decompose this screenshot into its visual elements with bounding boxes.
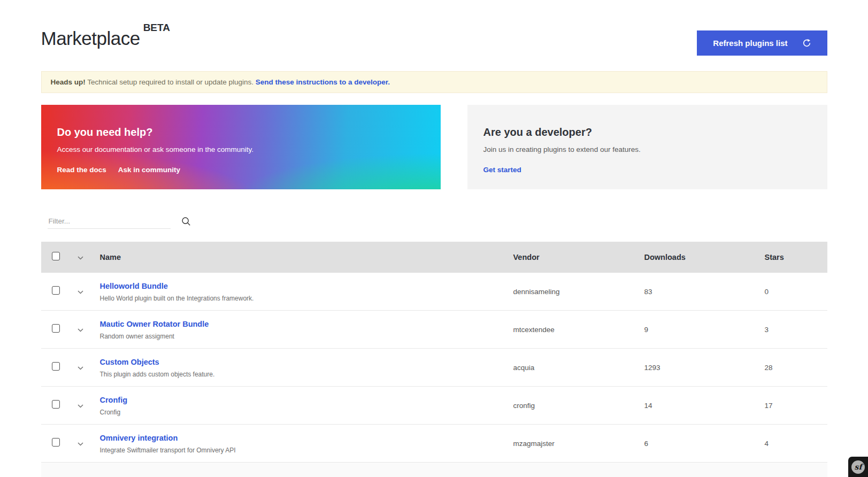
send-instructions-link[interactable]: Send these instructions to a developer.	[256, 78, 390, 86]
table-row: Helloworld Bundle Hello World plugin bui…	[41, 273, 827, 311]
beta-badge: BETA	[143, 22, 170, 33]
plugin-downloads: 14	[644, 402, 765, 410]
column-header-name: Name	[100, 253, 513, 261]
row-checkbox[interactable]	[52, 324, 60, 333]
alert-text: Technical setup required to install or u…	[86, 78, 256, 86]
ask-community-link[interactable]: Ask in community	[118, 166, 180, 174]
plugin-name-link[interactable]: Custom Objects	[100, 358, 159, 366]
table-row: Custom Objects This plugin adds custom o…	[41, 349, 827, 387]
symfony-logo-icon: sf	[851, 460, 865, 474]
plugin-name-link[interactable]: Omnivery integration	[100, 434, 178, 442]
refresh-button-label: Refresh plugins list	[713, 39, 787, 48]
developer-card-subtitle: Join us in creating plugins to extend ou…	[483, 145, 811, 153]
help-card-title: Do you need help?	[57, 126, 425, 139]
column-header-vendor: Vendor	[513, 253, 644, 261]
row-checkbox[interactable]	[52, 286, 60, 295]
marketplace-page: MarketplaceBETA Refresh plugins list Hea…	[41, 28, 827, 477]
select-all-checkbox[interactable]	[52, 252, 60, 260]
plugin-downloads: 9	[644, 326, 765, 334]
chevron-down-icon[interactable]	[75, 250, 86, 264]
plugin-downloads: 6	[644, 440, 765, 448]
plugin-vendor: acquia	[513, 364, 644, 372]
plugin-description: Hello World plugin built on the Integrat…	[100, 295, 513, 302]
table-header-row: Name Vendor Downloads Stars	[41, 242, 827, 273]
table-row: Omnivery integration Integrate Swiftmail…	[41, 425, 827, 463]
search-button[interactable]	[180, 216, 192, 227]
search-icon	[181, 217, 191, 226]
page-title: MarketplaceBETA	[41, 28, 170, 49]
plugin-stars: 4	[765, 440, 827, 448]
help-card-links: Read the docs Ask in community	[57, 166, 425, 174]
help-card: Do you need help? Access our documentati…	[41, 105, 441, 189]
plugin-downloads: 83	[644, 288, 765, 296]
table-row: Cronfig Cronfig cronfig 14 17	[41, 387, 827, 425]
page-header: MarketplaceBETA Refresh plugins list	[41, 28, 827, 56]
plugin-vendor: mtcextendee	[513, 326, 644, 334]
table-body: Helloworld Bundle Hello World plugin bui…	[41, 273, 827, 463]
developer-card: Are you a developer? Join us in creating…	[467, 105, 827, 189]
read-docs-link[interactable]: Read the docs	[57, 166, 106, 174]
chevron-down-icon[interactable]	[75, 398, 86, 412]
refresh-icon	[802, 39, 811, 48]
refresh-plugins-button[interactable]: Refresh plugins list	[697, 30, 827, 56]
plugin-stars: 28	[765, 364, 827, 372]
plugin-vendor: dennisameling	[513, 288, 644, 296]
chevron-down-icon[interactable]	[75, 284, 86, 298]
chevron-down-icon[interactable]	[75, 360, 86, 374]
filter-input[interactable]	[48, 214, 171, 229]
developer-card-title: Are you a developer?	[483, 126, 811, 139]
alert-emphasis: Heads up!	[51, 78, 86, 86]
plugin-name-link[interactable]: Cronfig	[100, 396, 128, 404]
plugin-vendor: mzagmajster	[513, 440, 644, 448]
row-checkbox[interactable]	[52, 362, 60, 371]
plugins-table: Name Vendor Downloads Stars Helloworld B…	[41, 242, 827, 477]
plugin-description: Integrate Swiftmailer transport for Omni…	[100, 447, 513, 454]
page-title-text: Marketplace	[41, 28, 140, 49]
column-header-downloads: Downloads	[644, 253, 765, 261]
info-cards: Do you need help? Access our documentati…	[41, 105, 827, 189]
row-checkbox[interactable]	[52, 438, 60, 447]
plugin-description: Random owner assigment	[100, 333, 513, 340]
plugin-name-link[interactable]: Mautic Owner Rotator Bundle	[100, 320, 209, 328]
plugin-description: This plugin adds custom objects feature.	[100, 371, 513, 378]
plugin-vendor: cronfig	[513, 402, 644, 410]
get-started-link[interactable]: Get started	[483, 166, 521, 174]
plugin-stars: 17	[765, 402, 827, 410]
plugin-name-link[interactable]: Helloworld Bundle	[100, 282, 168, 290]
setup-alert: Heads up! Technical setup required to in…	[41, 71, 827, 93]
symfony-profiler-toggle[interactable]: sf	[848, 457, 868, 477]
filter-bar	[48, 214, 827, 229]
plugin-description: Cronfig	[100, 409, 513, 416]
plugin-downloads: 1293	[644, 364, 765, 372]
plugin-stars: 0	[765, 288, 827, 296]
help-card-subtitle: Access our documentation or ask someone …	[57, 145, 425, 153]
chevron-down-icon[interactable]	[75, 436, 86, 450]
table-row-partial	[41, 463, 827, 477]
table-row: Mautic Owner Rotator Bundle Random owner…	[41, 311, 827, 349]
chevron-down-icon[interactable]	[75, 322, 86, 336]
row-checkbox[interactable]	[52, 400, 60, 409]
column-header-stars: Stars	[765, 253, 827, 261]
plugin-stars: 3	[765, 326, 827, 334]
